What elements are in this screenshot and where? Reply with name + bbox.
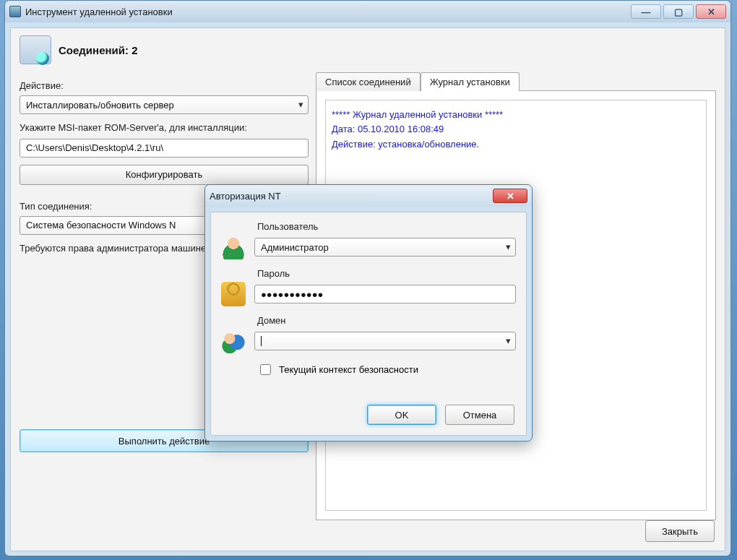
lock-icon <box>221 282 246 306</box>
configure-button-label: Конфигурировать <box>126 169 202 180</box>
connections-header: Соединений: 2 <box>59 44 138 56</box>
ok-button[interactable]: OK <box>367 405 436 425</box>
configure-button[interactable]: Конфигурировать <box>20 165 309 185</box>
dialog-title: Авторизация NT <box>210 191 281 202</box>
dialog-client: Пользователь Администратор Пароль ●●●●●●… <box>210 212 527 436</box>
cancel-button-label: Отмена <box>463 410 497 421</box>
msi-path-value: C:\Users\Denis\Desktop\4.2.1\ru\ <box>26 142 163 153</box>
close-button[interactable]: Закрыть <box>645 520 715 542</box>
user-combo[interactable]: Администратор <box>254 238 516 257</box>
log-line-2: Дата: 05.10.2010 16:08:49 <box>332 124 444 134</box>
current-security-context-checkbox[interactable] <box>260 364 271 375</box>
dialog-titlebar[interactable]: Авторизация NT ✕ <box>205 185 532 207</box>
action-combo-value: Инсталлировать/обновить сервер <box>26 100 174 111</box>
action-combo[interactable]: Инсталлировать/обновить сервер <box>20 95 309 114</box>
password-value: ●●●●●●●●●●● <box>261 289 323 300</box>
user-label: Пользователь <box>221 221 516 232</box>
maximize-button[interactable]: ▢ <box>663 4 694 19</box>
ok-button-label: OK <box>395 410 409 421</box>
log-line-3: Действие: установка/обновление. <box>332 139 479 150</box>
tab-install-log[interactable]: Журнал установки <box>421 72 520 91</box>
dialog-close-button[interactable]: ✕ <box>493 189 527 203</box>
header-computer-icon <box>20 35 51 64</box>
close-button-label: Закрыть <box>662 526 698 537</box>
window-title: Инструмент удаленной установки <box>25 7 173 17</box>
text-caret <box>261 336 262 346</box>
tab-install-log-label: Журнал установки <box>430 77 510 87</box>
cancel-button[interactable]: Отмена <box>445 405 514 425</box>
log-line-1: ***** Журнал удаленной установки ***** <box>332 109 503 120</box>
nt-auth-dialog: Авторизация NT ✕ Пользователь Администра… <box>204 184 533 441</box>
close-window-button[interactable]: ✕ <box>696 4 726 19</box>
main-titlebar[interactable]: Инструмент удаленной установки — ▢ ✕ <box>5 1 730 22</box>
group-icon <box>221 329 246 353</box>
domain-label: Домен <box>221 315 516 326</box>
minimize-button[interactable]: — <box>631 4 661 19</box>
action-label: Действие: <box>20 80 309 91</box>
connection-type-value: Система безопасности Windows N <box>26 220 176 231</box>
domain-combo[interactable] <box>254 332 516 350</box>
user-icon <box>221 235 246 259</box>
password-input[interactable]: ●●●●●●●●●●● <box>254 285 516 303</box>
execute-action-label: Выполнить действие <box>118 436 210 447</box>
app-icon <box>9 6 21 17</box>
password-label: Пароль <box>221 268 516 279</box>
current-security-context-label: Текущий контекст безопасности <box>279 364 418 375</box>
tab-connections-list[interactable]: Список соединений <box>316 72 421 91</box>
user-combo-value: Администратор <box>261 242 329 253</box>
msi-path-input[interactable]: C:\Users\Denis\Desktop\4.2.1\ru\ <box>20 139 309 158</box>
tab-connections-label: Список соединений <box>325 77 411 87</box>
tabs: Список соединений Журнал установки <box>316 72 716 90</box>
msi-label: Укажите MSI-пакет ROM-Server'а, для инст… <box>20 121 294 134</box>
